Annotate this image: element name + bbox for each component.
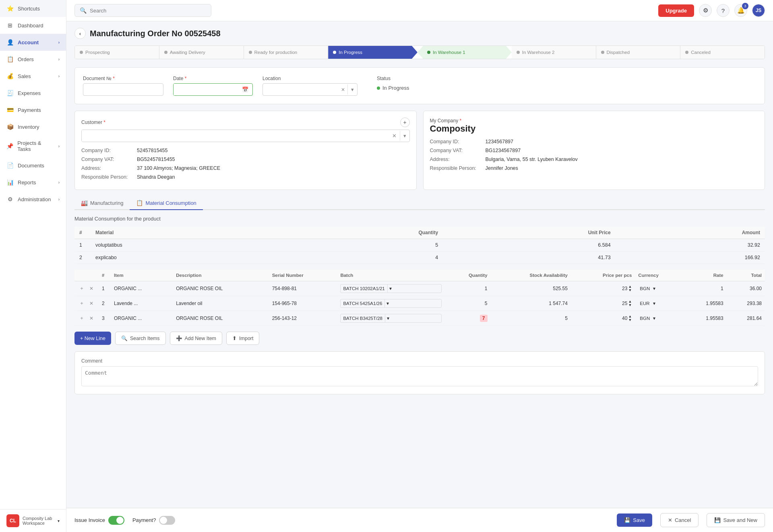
tab-material_consumption[interactable]: 📋 Material Consumption (130, 196, 203, 210)
currency-dropdown-1[interactable]: ▾ (651, 285, 657, 292)
row-add-button-2[interactable]: + (78, 299, 86, 307)
sidebar-label-expenses: Expenses (18, 90, 41, 96)
location-input[interactable]: Inventory hall Sweden (263, 84, 339, 95)
customer-address-row: Address: 37 100 Almyros; Magnesia; GREEC… (81, 165, 410, 171)
step-2[interactable]: Awaiting Delivery (159, 46, 244, 59)
sidebar-item-inventory[interactable]: 📦 Inventory (0, 118, 66, 135)
save-button[interactable]: 💾 Save (617, 513, 652, 527)
detail-col-batch: Batch (337, 270, 445, 281)
summary-col-num: # (74, 227, 91, 239)
chevron-sales-icon: › (58, 74, 60, 78)
location-dropdown-button[interactable]: ▾ (347, 85, 357, 95)
customer-clear-button[interactable]: ✕ (389, 131, 400, 141)
detail-col-num: # (99, 270, 111, 281)
row-remove-button-3[interactable]: ✕ (87, 314, 95, 322)
calendar-icon[interactable]: 📅 (238, 84, 252, 95)
sidebar-item-admin[interactable]: ⚙ Administration › (0, 191, 66, 208)
payment-toggle[interactable] (159, 516, 175, 525)
import-icon: ⬆ (232, 335, 237, 341)
customer-responsible-row: Responsible Person: Shandra Deegan (81, 174, 410, 180)
customer-dropdown-button[interactable]: ▾ (400, 131, 409, 141)
sidebar-item-payments[interactable]: 💳 Payments (0, 101, 66, 118)
reports-icon: 📊 (6, 179, 14, 186)
sidebar-label-documents: Documents (18, 163, 44, 169)
step-dot-3 (249, 51, 252, 54)
step-dot-5 (427, 51, 430, 54)
step-6[interactable]: In Warehouse 2 (512, 46, 596, 59)
location-clear-button[interactable]: ✕ (339, 85, 347, 95)
step-7[interactable]: Dispatched (596, 46, 681, 59)
workspace-switcher[interactable]: CL Composity Lab Workspace ▾ (0, 509, 66, 532)
table-action-buttons: + New Line 🔍 Search Items ➕ Add New Item… (74, 332, 765, 345)
settings-button[interactable]: ⚙ (699, 4, 712, 17)
page-title: Manufacturing Order No 00525458 (90, 29, 221, 38)
document-no-input[interactable]: 00525458 (83, 83, 163, 96)
step-8[interactable]: Canceled (680, 46, 765, 59)
detail-col-currency: Currency (635, 270, 683, 281)
chevron-reports-icon: › (58, 180, 60, 185)
price-down-1[interactable]: ▼ (628, 289, 632, 292)
help-button[interactable]: ? (717, 4, 730, 17)
location-label: Location (262, 76, 358, 81)
sidebar-item-orders[interactable]: 📋 Orders › (0, 51, 66, 68)
currency-select-1: BGN ▾ (638, 285, 680, 292)
customer-add-button[interactable]: + (400, 118, 410, 127)
currency-dropdown-2[interactable]: ▾ (651, 300, 657, 307)
sidebar-item-projects[interactable]: 📌 Projects & Tasks › (0, 135, 66, 157)
row-remove-button-2[interactable]: ✕ (87, 299, 95, 307)
sidebar-item-expenses[interactable]: 🧾 Expenses (0, 85, 66, 101)
step-4[interactable]: In Progress (328, 46, 418, 59)
user-avatar[interactable]: JS (752, 4, 765, 17)
sidebar-item-dashboard[interactable]: ⊞ Dashboard (0, 17, 66, 34)
row-add-button-1[interactable]: + (78, 285, 86, 293)
cancel-button[interactable]: ✕ Cancel (660, 513, 699, 527)
add-icon: ➕ (176, 335, 182, 341)
payment-label: Payment? (132, 517, 156, 523)
currency-dropdown-3[interactable]: ▾ (651, 315, 657, 322)
step-label-5: In Warehouse 1 (433, 50, 465, 55)
row-add-button-3[interactable]: + (78, 314, 86, 322)
customer-input[interactable]: Chatterbridge (82, 130, 389, 142)
date-label: Date * (173, 76, 253, 81)
batch-dropdown-1[interactable]: ▾ (387, 285, 393, 293)
summary-col-unit-price: Unit Price (443, 227, 616, 239)
comment-textarea[interactable] (81, 366, 758, 386)
step-label-7: Dispatched (607, 50, 630, 55)
batch-dropdown-2[interactable]: ▾ (384, 299, 391, 307)
search-items-button[interactable]: 🔍 Search Items (115, 332, 166, 345)
sidebar-item-documents[interactable]: 📄 Documents (0, 157, 66, 174)
notifications-button[interactable]: 🔔 3 (734, 4, 747, 17)
step-dot-2 (164, 51, 167, 54)
sidebar-item-sales[interactable]: 💰 Sales › (0, 68, 66, 85)
date-input[interactable]: 02.2.2024 (174, 84, 238, 95)
new-line-button[interactable]: + New Line (74, 332, 111, 345)
sidebar-item-reports[interactable]: 📊 Reports › (0, 174, 66, 191)
sidebar-item-account[interactable]: 👤 Account › (0, 34, 66, 51)
company-vat-row: Company VAT: BG1234567897 (430, 148, 759, 153)
import-button[interactable]: ⬆ Import (226, 332, 259, 345)
back-button[interactable]: ‹ (74, 28, 86, 39)
date-input-wrapper: 02.2.2024 📅 (173, 83, 253, 96)
step-dot-4 (333, 51, 336, 54)
price-down-3[interactable]: ▼ (628, 318, 632, 322)
topbar-right: Upgrade ⚙ ? 🔔 3 JS (658, 4, 765, 17)
company-name: Composity (430, 124, 759, 134)
table-row: 1 voluptatibus 5 6.584 32.92 (74, 239, 765, 252)
gear-icon: ⚙ (703, 7, 708, 14)
step-3[interactable]: Ready for production (244, 46, 329, 59)
search-input[interactable] (90, 8, 206, 14)
batch-dropdown-3[interactable]: ▾ (385, 314, 391, 322)
price-down-2[interactable]: ▼ (628, 303, 632, 307)
step-1[interactable]: Prospecting (75, 46, 159, 59)
add-new-item-button[interactable]: ➕ Add New Item (170, 332, 223, 345)
chevron-projects-icon: › (58, 144, 60, 148)
row-remove-button-1[interactable]: ✕ (87, 285, 95, 293)
step-5[interactable]: In Warehouse 1 (418, 46, 512, 59)
page-header: ‹ Manufacturing Order No 00525458 (74, 28, 765, 39)
upgrade-button[interactable]: Upgrade (658, 4, 694, 17)
save-and-new-button[interactable]: 💾 Save and New (707, 513, 765, 527)
sidebar-item-shortcuts[interactable]: ⭐ Shortcuts (0, 0, 66, 17)
customer-address-label: Address: (81, 165, 134, 171)
issue-invoice-toggle[interactable] (108, 516, 124, 525)
tab-manufacturing[interactable]: 🏭 Manufacturing (74, 196, 130, 210)
